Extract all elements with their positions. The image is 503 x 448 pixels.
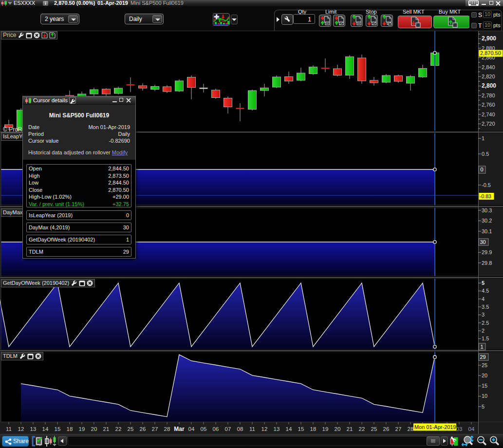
svg-text:2: 2 — [482, 328, 484, 334]
svg-text:30.3: 30.3 — [482, 207, 492, 213]
svg-text:11: 11 — [249, 426, 255, 432]
svg-text:18: 18 — [310, 426, 317, 432]
svg-text:19: 19 — [79, 426, 85, 432]
svg-text:30.1: 30.1 — [482, 228, 492, 234]
svg-text:2,900: 2,900 — [482, 35, 496, 42]
svg-text:05: 05 — [201, 426, 207, 432]
svg-text:12: 12 — [261, 426, 268, 432]
svg-text:29.9: 29.9 — [482, 249, 492, 255]
svg-text:14: 14 — [42, 426, 49, 432]
svg-text:1: 1 — [482, 135, 484, 141]
svg-text:3: 3 — [482, 312, 484, 317]
svg-text:19: 19 — [322, 426, 329, 432]
svg-text:2,760: 2,760 — [482, 102, 495, 108]
svg-text:06: 06 — [213, 426, 219, 432]
svg-text:-0.83: -0.83 — [480, 193, 491, 199]
svg-text:04: 04 — [188, 426, 195, 432]
svg-text:22: 22 — [115, 426, 122, 432]
svg-text:0: 0 — [481, 167, 484, 172]
svg-text:14: 14 — [286, 426, 292, 432]
svg-text:Mar: Mar — [174, 426, 185, 432]
svg-text:0.5: 0.5 — [482, 151, 489, 157]
svg-text:30.2: 30.2 — [482, 218, 492, 224]
svg-text:2,780: 2,780 — [482, 93, 495, 98]
svg-text:15: 15 — [298, 426, 304, 432]
svg-text:2,840: 2,840 — [482, 64, 495, 70]
svg-text:25: 25 — [371, 426, 377, 432]
svg-text:2,720: 2,720 — [482, 121, 495, 127]
svg-text:15: 15 — [482, 383, 487, 389]
svg-text:3.5: 3.5 — [482, 304, 489, 310]
svg-text:5: 5 — [482, 404, 484, 410]
svg-text:10: 10 — [482, 393, 487, 399]
svg-text:1.5: 1.5 — [482, 336, 489, 341]
svg-text:26: 26 — [383, 426, 390, 432]
svg-text:27: 27 — [152, 426, 158, 432]
svg-text:20: 20 — [335, 426, 341, 432]
svg-text:28: 28 — [408, 426, 414, 432]
svg-text:21: 21 — [103, 426, 110, 432]
svg-text:2,800: 2,800 — [482, 82, 496, 89]
svg-text:30: 30 — [480, 239, 486, 245]
svg-text:28: 28 — [164, 426, 170, 432]
svg-text:03: 03 — [456, 426, 463, 432]
svg-text:2,870.50: 2,870.50 — [480, 50, 501, 56]
svg-text:20: 20 — [91, 426, 97, 432]
svg-text:13: 13 — [30, 426, 37, 432]
svg-text:11: 11 — [6, 426, 12, 432]
svg-text:21: 21 — [347, 426, 353, 432]
svg-text:08: 08 — [237, 426, 243, 432]
svg-text:12: 12 — [18, 426, 24, 432]
svg-text:4.5: 4.5 — [482, 288, 489, 294]
svg-text:4: 4 — [482, 296, 484, 302]
svg-text:29: 29 — [480, 354, 486, 360]
svg-text:2,820: 2,820 — [482, 74, 495, 79]
svg-text:27: 27 — [395, 426, 402, 432]
svg-text:1: 1 — [481, 344, 484, 350]
svg-text:2.5: 2.5 — [482, 320, 489, 326]
svg-text:15: 15 — [55, 426, 61, 432]
svg-text:25: 25 — [482, 362, 487, 368]
svg-text:04: 04 — [468, 426, 475, 432]
svg-text:20: 20 — [482, 373, 487, 378]
svg-text:26: 26 — [140, 426, 146, 432]
svg-text:22: 22 — [359, 426, 365, 432]
svg-text:29.8: 29.8 — [482, 260, 492, 266]
svg-text:Mon 01-Apr-2019: Mon 01-Apr-2019 — [414, 424, 456, 430]
svg-text:25: 25 — [128, 426, 134, 432]
svg-text:5: 5 — [482, 280, 484, 286]
svg-text:2,740: 2,740 — [482, 112, 495, 117]
svg-text:13: 13 — [274, 426, 280, 432]
svg-text:07: 07 — [225, 426, 231, 432]
svg-text:-0.5: -0.5 — [482, 182, 491, 188]
svg-text:18: 18 — [67, 426, 73, 432]
